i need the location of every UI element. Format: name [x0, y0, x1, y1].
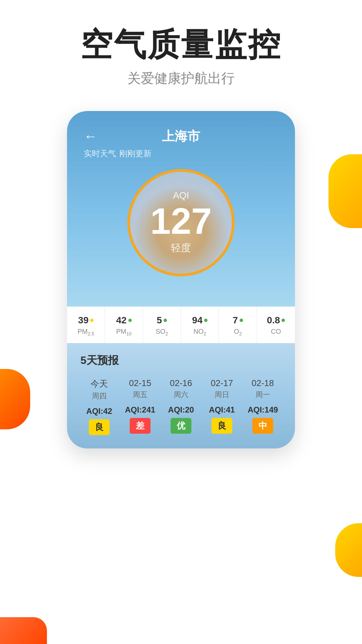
update-label: 刚刚更新 [119, 148, 152, 159]
o2-dot [240, 319, 243, 322]
so2-dot [164, 319, 167, 322]
app-title: 空气质量监控 [20, 27, 342, 62]
day3-aqi: AQI:41 [203, 405, 241, 415]
forecast-day-4: 02-18 周一 AQI:149 中 [244, 378, 282, 435]
pollutant-o2: 7 O2 [219, 307, 257, 343]
co-dot [282, 319, 285, 322]
aqi-level: 轻度 [171, 241, 191, 255]
app-subtitle: 关爱健康护航出行 [20, 69, 342, 88]
app-top-area: ← 上海市 实时天气 刚刚更新 AQI 127 轻度 [67, 111, 295, 307]
day2-name: 02-16 [162, 378, 200, 388]
realtime-label: 实时天气 [84, 148, 116, 159]
day3-sub: 周日 [203, 390, 241, 400]
day1-aqi: AQI:241 [121, 405, 159, 415]
forecast-day-3: 02-17 周日 AQI:41 良 [203, 378, 241, 435]
day0-name: 今天 [80, 378, 118, 390]
day2-badge: 优 [171, 418, 191, 434]
day4-name: 02-18 [244, 378, 282, 388]
day0-badge: 良 [89, 419, 110, 435]
so2-value: 5 [157, 315, 162, 326]
phone-frame: ← 上海市 实时天气 刚刚更新 AQI 127 轻度 39 PM2.5 [67, 111, 295, 448]
no2-dot [204, 319, 207, 322]
pm10-name: PM10 [110, 328, 137, 336]
deco-yellow-top [328, 154, 362, 228]
day4-badge: 中 [252, 418, 273, 434]
day1-sub: 周五 [121, 390, 159, 400]
aqi-text-label: AQI [173, 190, 189, 201]
aqi-value: 127 [150, 203, 212, 239]
day0-aqi: AQI:42 [80, 407, 118, 416]
back-button[interactable]: ← [84, 129, 97, 144]
pm25-value: 39 [78, 315, 88, 326]
day1-badge: 差 [130, 418, 150, 434]
deco-orange-left [0, 369, 30, 429]
day3-badge: 良 [212, 418, 232, 434]
aqi-circle-container: AQI 127 轻度 [84, 169, 278, 276]
pollutant-pm25: 39 PM2.5 [67, 307, 105, 343]
pm10-dot [128, 319, 132, 322]
pm25-dot [90, 319, 94, 322]
deco-yellow-right [335, 523, 362, 577]
status-bar: 实时天气 刚刚更新 [84, 148, 278, 159]
pm25-name: PM2.5 [72, 328, 100, 336]
pollutants-section: 39 PM2.5 42 PM10 5 SO2 [67, 307, 295, 343]
no2-name: NO2 [186, 328, 214, 336]
header-section: 空气质量监控 关爱健康护航出行 [0, 0, 362, 101]
pm10-value: 42 [116, 315, 126, 326]
pollutant-no2: 94 NO2 [181, 307, 219, 343]
no2-value: 94 [192, 315, 202, 326]
forecast-title: 5天预报 [80, 353, 282, 368]
pollutant-so2: 5 SO2 [143, 307, 181, 343]
pollutant-pm10: 42 PM10 [105, 307, 143, 343]
nav-bar: ← 上海市 [84, 128, 278, 145]
pollutant-co: 0.8 CO [257, 307, 295, 343]
day4-sub: 周一 [244, 390, 282, 400]
day4-aqi: AQI:149 [244, 405, 282, 415]
forecast-day-0: 今天 周四 AQI:42 良 [80, 378, 118, 435]
deco-red-bottom [0, 617, 47, 644]
day3-name: 02-17 [203, 378, 241, 388]
day2-aqi: AQI:20 [162, 405, 200, 415]
co-name: CO [262, 328, 290, 335]
day0-sub: 周四 [80, 391, 118, 401]
forecast-grid: 今天 周四 AQI:42 良 02-15 周五 AQI:241 差 02-16 … [80, 378, 282, 435]
o2-name: O2 [224, 328, 251, 336]
day2-sub: 周六 [162, 390, 200, 400]
pollutants-grid: 39 PM2.5 42 PM10 5 SO2 [67, 307, 295, 343]
aqi-circle: AQI 127 轻度 [127, 169, 235, 276]
forecast-section: 5天预报 今天 周四 AQI:42 良 02-15 周五 AQI:241 差 0… [67, 343, 295, 448]
so2-name: SO2 [148, 328, 176, 336]
o2-value: 7 [233, 315, 238, 326]
forecast-day-1: 02-15 周五 AQI:241 差 [121, 378, 159, 435]
co-value: 0.8 [267, 315, 280, 326]
city-title: 上海市 [162, 128, 200, 145]
day1-name: 02-15 [121, 378, 159, 388]
forecast-day-2: 02-16 周六 AQI:20 优 [162, 378, 200, 435]
